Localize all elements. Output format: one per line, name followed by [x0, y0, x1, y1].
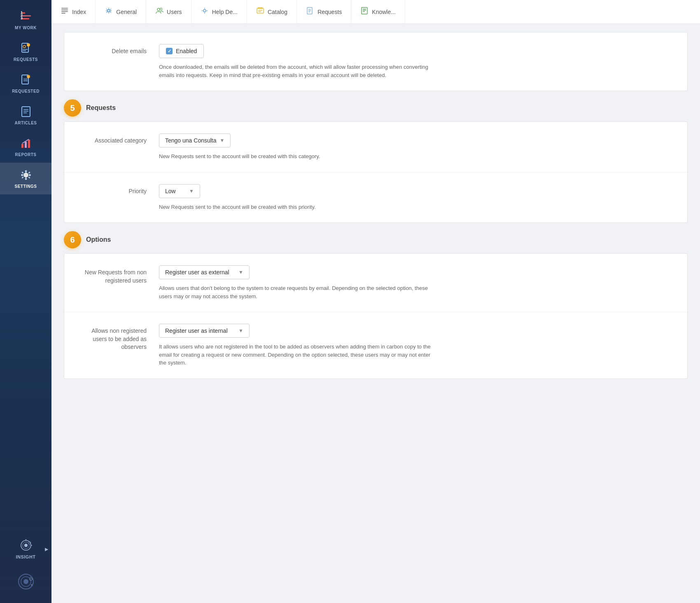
tab-requests-label: Requests	[317, 9, 342, 15]
non-registered-observers-label: Allows non registered users to be added …	[77, 324, 159, 351]
svg-text:!: !	[28, 44, 29, 47]
non-registered-observers-content: Register user as internal ▼ It allows us…	[159, 324, 675, 367]
non-registered-observers-field: Allows non registered users to be added …	[64, 312, 687, 379]
delete-emails-field: Delete emails ✓ Enabled Once downloaded,…	[64, 33, 687, 91]
tab-requests[interactable]: Requests	[297, 0, 351, 23]
new-requests-non-registered-select[interactable]: Register user as external ▼	[159, 265, 250, 279]
priority-description: New Requests sent to the account will be…	[159, 203, 439, 211]
delete-emails-card: Delete emails ✓ Enabled Once downloaded,…	[64, 32, 688, 91]
svg-rect-49	[257, 8, 264, 13]
my-work-icon: 1 2 3	[19, 10, 33, 23]
tab-catalog[interactable]: Catalog	[247, 0, 297, 23]
sidebar-insight-label: INSIGHT	[16, 554, 35, 559]
non-registered-observers-select[interactable]: Register user as internal ▼	[159, 324, 250, 338]
new-requests-non-registered-description: Allows users that don't belong to the sy…	[159, 284, 439, 300]
associated-category-content: Tengo una Consulta ▼ New Requests sent t…	[159, 133, 675, 161]
tab-help-desk[interactable]: Help De...	[191, 0, 247, 23]
priority-value: Low	[165, 188, 176, 194]
associated-category-description: New Requests sent to the account will be…	[159, 152, 439, 161]
tab-general-label: General	[116, 9, 137, 15]
new-requests-non-registered-content: Register user as external ▼ Allows users…	[159, 265, 675, 300]
requests-section-title: Requests	[86, 104, 116, 112]
svg-point-27	[25, 174, 27, 176]
svg-rect-42	[61, 9, 68, 10]
svg-rect-22	[25, 142, 27, 148]
tab-users[interactable]: Users	[146, 0, 191, 23]
sidebar-item-my-work[interactable]: 1 2 3 MY WORK	[0, 4, 51, 36]
priority-arrow: ▼	[189, 188, 194, 194]
svg-point-30	[24, 544, 28, 547]
svg-text:!: !	[28, 76, 29, 78]
associated-category-value: Tengo una Consulta	[165, 137, 217, 144]
tab-knowledge[interactable]: Knowle...	[351, 0, 405, 23]
tab-catalog-label: Catalog	[268, 9, 287, 15]
sidebar-item-reports[interactable]: REPORTS	[0, 131, 51, 163]
tab-knowledge-label: Knowle...	[372, 9, 396, 15]
sidebar-item-articles-label: ARTICLES	[15, 121, 37, 125]
sidebar-item-settings[interactable]: SETTINGS	[0, 163, 51, 194]
svg-line-38	[30, 577, 31, 577]
checkbox-check: ✓	[166, 48, 173, 54]
svg-point-46	[157, 8, 160, 11]
sidebar: 1 2 3 MY WORK ! REQUESTS !	[0, 0, 51, 603]
enabled-label: Enabled	[176, 48, 197, 54]
users-tab-icon	[155, 7, 163, 17]
tab-general[interactable]: General	[96, 0, 146, 23]
sidebar-item-requests[interactable]: ! REQUESTS	[0, 36, 51, 68]
options-section-header: 6 Options	[64, 231, 688, 248]
associated-category-label: Associated category	[77, 133, 159, 145]
priority-field: Priority Low ▼ New Requests sent to the …	[64, 173, 687, 223]
tab-index-label: Index	[72, 9, 86, 15]
delete-emails-label: Delete emails	[77, 44, 159, 56]
options-section-badge: 6	[64, 231, 81, 248]
svg-point-40	[31, 584, 33, 586]
new-requests-non-registered-label: New Requests from non registered users	[77, 265, 159, 285]
new-requests-non-registered-arrow: ▼	[238, 269, 243, 275]
expand-arrow-icon: ▶	[45, 547, 49, 552]
svg-point-48	[203, 9, 206, 12]
non-registered-observers-description: It allows users who are not registered i…	[159, 343, 439, 367]
knowledge-tab-icon	[360, 7, 369, 17]
articles-icon	[19, 105, 33, 118]
svg-rect-21	[21, 144, 23, 148]
general-tab-icon	[105, 7, 113, 17]
associated-category-select[interactable]: Tengo una Consulta ▼	[159, 133, 231, 147]
svg-point-36	[23, 579, 28, 584]
sidebar-item-brand	[0, 565, 51, 599]
settings-icon	[19, 168, 33, 182]
catalog-tab-icon	[256, 7, 264, 17]
sidebar-item-articles[interactable]: ARTICLES	[0, 99, 51, 131]
tab-index[interactable]: Index	[51, 0, 96, 23]
requests-card: Associated category Tengo una Consulta ▼…	[64, 122, 688, 223]
requested-icon: !	[19, 73, 33, 86]
insight-icon	[19, 539, 33, 552]
sidebar-item-reports-label: REPORTS	[15, 152, 37, 157]
help-desk-tab-icon	[201, 7, 209, 17]
associated-category-field: Associated category Tengo una Consulta ▼…	[64, 122, 687, 173]
svg-point-45	[107, 9, 110, 12]
reports-icon	[19, 137, 33, 150]
top-navigation: Index General	[51, 0, 700, 24]
priority-label: Priority	[77, 184, 159, 196]
brand-logo	[18, 573, 34, 591]
sidebar-item-insight[interactable]: INSIGHT ▶	[0, 533, 51, 565]
priority-content: Low ▼ New Requests sent to the account w…	[159, 184, 675, 211]
page-content: Delete emails ✓ Enabled Once downloaded,…	[51, 24, 700, 603]
tab-users-label: Users	[167, 9, 182, 15]
options-card: New Requests from non registered users R…	[64, 253, 688, 379]
tab-help-desk-label: Help De...	[212, 9, 238, 15]
svg-rect-23	[28, 140, 30, 148]
svg-rect-57	[362, 7, 367, 14]
priority-select[interactable]: Low ▼	[159, 184, 200, 198]
svg-text:3: 3	[21, 16, 23, 20]
sidebar-item-requested[interactable]: ! REQUESTED	[0, 68, 51, 99]
svg-rect-43	[61, 11, 68, 12]
non-registered-observers-arrow: ▼	[238, 328, 243, 334]
options-section-title: Options	[86, 236, 111, 243]
svg-rect-17	[22, 107, 30, 117]
main-content: Index General	[51, 0, 700, 603]
associated-category-arrow: ▼	[220, 138, 225, 143]
svg-rect-41	[61, 8, 68, 9]
enabled-checkbox[interactable]: ✓ Enabled	[159, 44, 204, 58]
new-requests-non-registered-field: New Requests from non registered users R…	[64, 254, 687, 312]
